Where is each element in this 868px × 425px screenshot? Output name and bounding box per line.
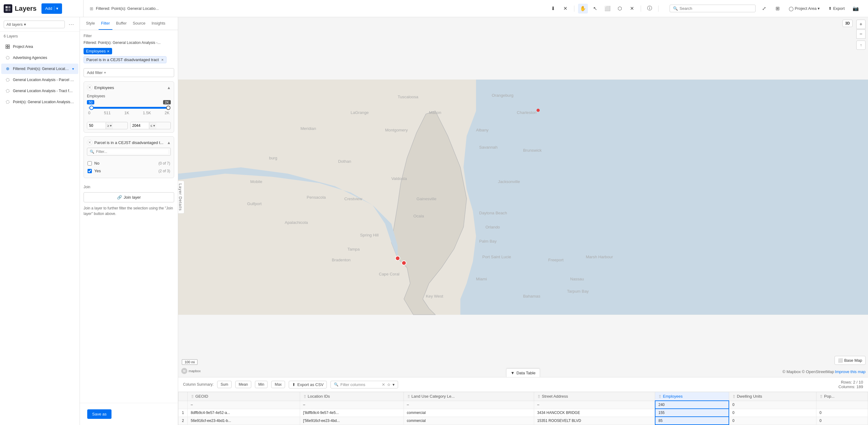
col-header-geoid[interactable]: ⣿GEOID (188, 392, 300, 401)
zoom-in-button[interactable]: + (856, 20, 866, 29)
cejst-tag-remove[interactable]: × (161, 58, 164, 62)
tab-style[interactable]: Style (84, 17, 97, 30)
cejst-filter-condition: ✕ Parcel is in a CEJST disadvantaged t..… (84, 136, 174, 178)
table-scroll-container[interactable]: ⣿GEOID ⣿Location IDs ⣿Land Use Category … (178, 392, 868, 425)
sum-button[interactable]: Sum (217, 381, 231, 388)
slider-fill (90, 107, 169, 109)
sidebar-item-general-parcel[interactable]: General Location Analysis - Parcel for A… (1, 75, 78, 85)
cejst-checkbox-list: No (0 of 7) Yes (2 of 3) (87, 158, 171, 175)
sidebar-item-points-parcel[interactable]: Point(s): General Location Analysis - Pa… (1, 97, 78, 107)
filter-input-min[interactable] (87, 122, 106, 129)
cejst-condition-close[interactable]: ✕ (87, 140, 92, 145)
export-csv-button[interactable]: ⬆ Export as CSV (289, 381, 327, 388)
add-button[interactable]: Add ▾ (41, 3, 62, 14)
all-layers-button[interactable]: All layers ▾ (4, 21, 65, 28)
employees-tag-remove[interactable]: × (107, 49, 110, 54)
svg-text:Tuscaloosa: Tuscaloosa (398, 95, 418, 99)
svg-text:Crestview: Crestview (344, 197, 363, 201)
add-filter-button[interactable]: Add filter + (84, 68, 174, 77)
svg-point-19 (536, 109, 540, 112)
data-table-toggle-button[interactable]: ▼ Data Table (506, 368, 540, 377)
search-input[interactable] (680, 6, 752, 11)
zoom-out-button[interactable]: − (856, 30, 866, 39)
app-logo (4, 4, 12, 13)
col-header-dwelling-units[interactable]: ⣿Dwelling Units (729, 392, 816, 401)
svg-rect-5 (8, 45, 9, 46)
min-button[interactable]: Min (255, 381, 268, 388)
compass-button[interactable]: ↑ (856, 40, 866, 50)
svg-rect-1 (8, 6, 10, 8)
export-button[interactable]: ⬆ Export (826, 5, 847, 12)
sidebar-item-general-tract[interactable]: General Location Analysis - Tract for Ad… (1, 86, 78, 96)
sidebar-item-project-area[interactable]: Project Area (1, 41, 78, 52)
cejst-search-input[interactable] (96, 150, 168, 154)
table-header-row: ⣿GEOID ⣿Location IDs ⣿Land Use Category … (179, 392, 868, 401)
close-panel-button[interactable]: ✕ (561, 4, 570, 13)
filter-op-min[interactable]: ≥ ▾ (106, 123, 113, 129)
search-icon: 🔍 (673, 6, 678, 11)
pan-tool-button[interactable]: ✋ (578, 4, 588, 13)
table-toggle-label: Data Table (516, 371, 535, 375)
cejst-condition-collapse[interactable]: ▲ (167, 140, 171, 145)
layer-list: Project Area Advertising Agencies Filter… (0, 41, 80, 425)
layers-grid-button[interactable]: ⊞ (773, 4, 783, 13)
sidebar-item-advertising[interactable]: Advertising Agencies (1, 53, 78, 63)
col-header-land-use[interactable]: ⣿Land Use Category Le... (404, 392, 534, 401)
max-button[interactable]: Max (271, 381, 285, 388)
sidebar-item-filtered-points[interactable]: Filtered: Point(s): General Location A..… (1, 64, 78, 74)
cell-landuse-1: commercial (404, 409, 534, 417)
join-layer-button[interactable]: 🔗 Join layer (84, 192, 174, 202)
col-header-location-ids[interactable]: ⣿Location IDs (300, 392, 404, 401)
save-as-button[interactable]: Save as (87, 409, 112, 419)
row-num-2: 2 (179, 417, 188, 425)
slider-track[interactable] (88, 107, 169, 109)
layer-details-tab[interactable]: Layer Details (178, 181, 184, 214)
filter-op-max[interactable]: ≤ ▾ (149, 123, 156, 129)
rect-select-button[interactable]: ⬜ (602, 4, 613, 13)
checkbox-yes[interactable] (88, 169, 92, 173)
col-header-employees[interactable]: ⣿Employees (655, 392, 729, 401)
tab-buffer[interactable]: Buffer (114, 17, 129, 30)
svg-text:Bahamas: Bahamas (523, 294, 540, 298)
checkbox-no[interactable] (88, 161, 92, 165)
employees-condition-close[interactable]: ✕ (87, 85, 92, 90)
map-area[interactable]: Tuscaloosa Orangeburg LaGrange Macon Cha… (178, 17, 868, 377)
tab-filter[interactable]: Filter (99, 17, 113, 30)
employees-condition-collapse[interactable]: ▲ (167, 85, 171, 90)
filter-columns-input[interactable]: 🔍 Filter columns ✕ ☆ ▾ (331, 381, 398, 388)
slider-title-label: Employees (87, 94, 105, 98)
add-chevron: ▾ (54, 6, 58, 11)
select-tool-button[interactable]: ↖ (590, 4, 600, 13)
info-button[interactable]: ⓘ (645, 4, 654, 13)
base-map-button[interactable]: ⬜ Base Map (835, 356, 866, 365)
employees-filter-condition: ✕ Employees ▲ Employees 50 2K (84, 81, 174, 133)
col-header-street-address[interactable]: ⣿Street Address (534, 392, 655, 401)
col-header-pop[interactable]: ⣿Pop... (816, 392, 868, 401)
total-street-address: – (534, 401, 655, 409)
tab-source[interactable]: Source (130, 17, 148, 30)
expand-button[interactable]: ⤢ (759, 4, 769, 13)
tab-insights[interactable]: Insights (149, 17, 168, 30)
map-3d-button[interactable]: 3D (842, 20, 852, 27)
mean-button[interactable]: Mean (235, 381, 251, 388)
filter-section-label: Filter (84, 34, 174, 38)
slider-thumb-left[interactable] (89, 106, 94, 110)
sidebar-more-button[interactable]: ⋯ (67, 20, 76, 28)
col-header-rownum (179, 392, 188, 401)
total-empty (179, 401, 188, 409)
svg-rect-2 (5, 9, 8, 11)
cell-streetaddr-2: 15351 ROOSEVELT BLVD (534, 417, 655, 425)
svg-text:Daytona Beach: Daytona Beach (479, 211, 507, 215)
slider-thumb-right[interactable] (166, 106, 170, 110)
download-button[interactable]: ⬇ (548, 4, 558, 13)
filter-input-max[interactable] (130, 122, 149, 129)
project-area-button[interactable]: ◯ Project Area ▾ (786, 5, 823, 12)
screenshot-button[interactable]: 📷 (851, 4, 861, 13)
svg-text:Key West: Key West (426, 294, 443, 298)
clear-selection-button[interactable]: ✕ (627, 4, 637, 13)
employees-slider: Employees 50 2K 0 511 1K (87, 93, 171, 120)
polygon-select-button[interactable]: ⬡ (615, 4, 625, 13)
svg-text:Cape Coral: Cape Coral (379, 272, 399, 276)
cell-pop-1: 0 (816, 409, 868, 417)
filter-cols-clear[interactable]: ✕ (382, 382, 385, 387)
